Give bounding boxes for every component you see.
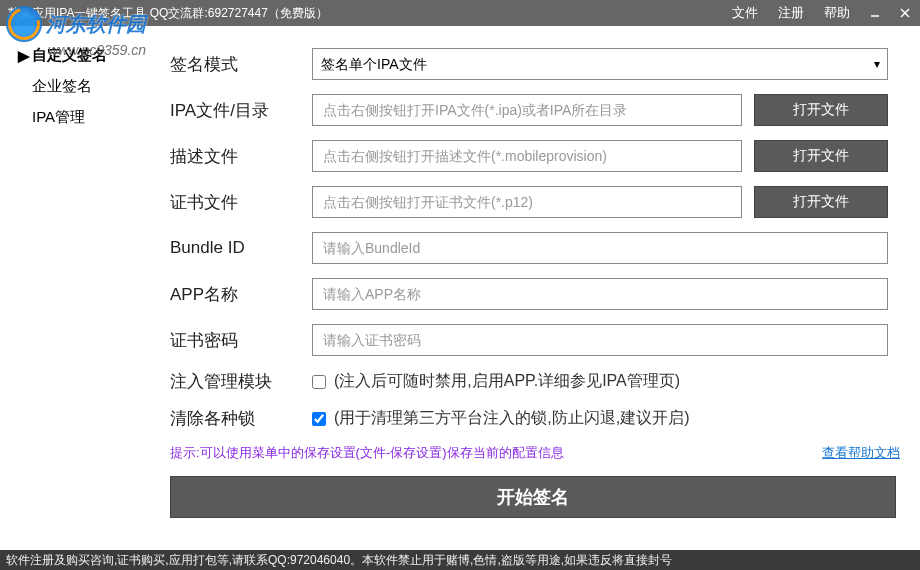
bundle-id-label: Bundle ID — [170, 238, 300, 258]
clear-desc: (用于清理第三方平台注入的锁,防止闪退,建议开启) — [334, 408, 690, 429]
bundle-id-input[interactable] — [312, 232, 888, 264]
clear-label: 清除各种锁 — [170, 407, 300, 430]
desc-file-label: 描述文件 — [170, 145, 300, 168]
app-name-input[interactable] — [312, 278, 888, 310]
sidebar-item-custom-sign[interactable]: ▶ 自定义签名 — [0, 40, 170, 71]
start-sign-button[interactable]: 开始签名 — [170, 476, 896, 518]
statusbar: 软件注册及购买咨询,证书购买,应用打包等,请联系QQ:972046040。本软件… — [0, 550, 920, 570]
sidebar-label: IPA管理 — [32, 108, 85, 127]
content-panel: 签名模式 签名单个IPA文件 IPA文件/目录 打开文件 描述文件 打开文件 证… — [170, 26, 920, 550]
tip-text: 提示:可以使用菜单中的保存设置(文件-保存设置)保存当前的配置信息 — [170, 444, 564, 462]
minimize-button[interactable] — [860, 0, 890, 26]
cert-file-input[interactable] — [312, 186, 742, 218]
open-desc-button[interactable]: 打开文件 — [754, 140, 888, 172]
open-cert-button[interactable]: 打开文件 — [754, 186, 888, 218]
cert-pwd-label: 证书密码 — [170, 329, 300, 352]
help-doc-link[interactable]: 查看帮助文档 — [822, 444, 900, 462]
main-area: ▶ 自定义签名 企业签名 IPA管理 签名模式 签名单个IPA文件 IPA文件/… — [0, 26, 920, 550]
sidebar-label: 自定义签名 — [32, 46, 107, 65]
sidebar-item-ipa-manage[interactable]: IPA管理 — [0, 102, 170, 133]
chevron-right-icon: ▶ — [18, 47, 28, 65]
sidebar: ▶ 自定义签名 企业签名 IPA管理 — [0, 26, 170, 550]
close-button[interactable] — [890, 0, 920, 26]
titlebar-right: 文件 注册 帮助 — [722, 0, 920, 26]
ipa-path-label: IPA文件/目录 — [170, 99, 300, 122]
cert-file-label: 证书文件 — [170, 191, 300, 214]
menu-file[interactable]: 文件 — [722, 0, 768, 26]
sign-mode-label: 签名模式 — [170, 53, 300, 76]
inject-label: 注入管理模块 — [170, 370, 300, 393]
inject-checkbox[interactable] — [312, 375, 326, 389]
sidebar-item-enterprise-sign[interactable]: 企业签名 — [0, 71, 170, 102]
menu-help[interactable]: 帮助 — [814, 0, 860, 26]
desc-file-input[interactable] — [312, 140, 742, 172]
clear-checkbox[interactable] — [312, 412, 326, 426]
sign-mode-select[interactable]: 签名单个IPA文件 — [312, 48, 888, 80]
ipa-path-input[interactable] — [312, 94, 742, 126]
titlebar: 苹果应用IPA一键签名工具 QQ交流群:692727447（免费版） 文件 注册… — [0, 0, 920, 26]
open-ipa-button[interactable]: 打开文件 — [754, 94, 888, 126]
cert-pwd-input[interactable] — [312, 324, 888, 356]
inject-desc: (注入后可随时禁用,启用APP.详细参见IPA管理页) — [334, 371, 680, 392]
menu-register[interactable]: 注册 — [768, 0, 814, 26]
sidebar-label: 企业签名 — [32, 77, 92, 96]
window-title: 苹果应用IPA一键签名工具 QQ交流群:692727447（免费版） — [8, 5, 328, 22]
app-name-label: APP名称 — [170, 283, 300, 306]
statusbar-text: 软件注册及购买咨询,证书购买,应用打包等,请联系QQ:972046040。本软件… — [6, 552, 672, 569]
